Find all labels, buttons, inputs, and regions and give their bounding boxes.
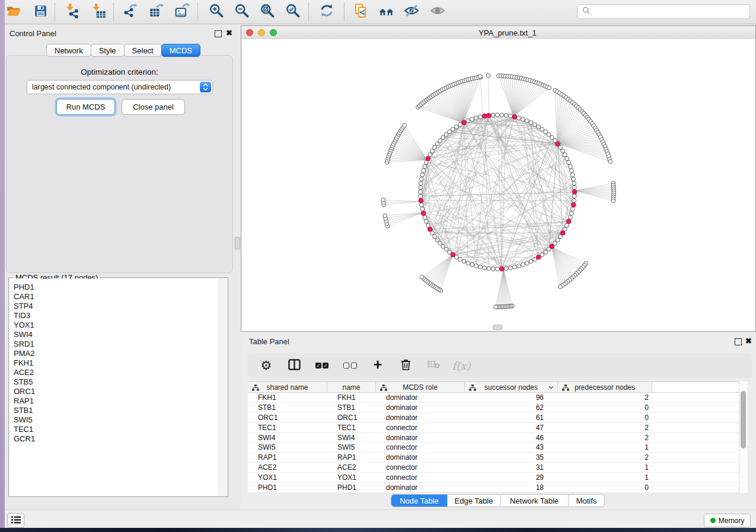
table-row[interactable]: RAP1RAP1dominator352 [248,453,739,463]
network-node[interactable] [504,267,508,271]
network-node[interactable] [513,265,517,269]
network-node[interactable] [525,261,529,265]
network-node[interactable] [483,266,487,270]
mcds-hub-node[interactable] [487,113,492,118]
network-window-titlebar[interactable]: YPA_prune.txt_1 [241,26,755,40]
tab-network[interactable]: Network [46,44,91,57]
hide-selected-button[interactable] [403,3,420,21]
network-node[interactable] [537,125,541,129]
network-leaf-node[interactable] [547,86,551,90]
network-node[interactable] [425,161,429,165]
export-network-button[interactable] [121,3,139,21]
network-node[interactable] [433,235,437,239]
optimization-criterion-select[interactable]: largest connected component (undirected) [27,80,213,94]
mcds-result-item[interactable]: ORC1 [14,387,219,396]
network-node[interactable] [444,248,448,252]
network-node[interactable] [572,194,576,198]
import-network-button[interactable] [64,3,82,21]
network-node[interactable] [466,119,470,123]
select-all-button[interactable]: ✓✓ [314,358,330,373]
mcds-result-item[interactable]: SWI5 [14,415,219,425]
mcds-result-item[interactable]: FKH1 [14,358,219,368]
run-mcds-button[interactable]: Run MCDS [56,99,115,115]
network-node[interactable] [433,145,437,149]
tab-network-table[interactable]: Network Table [500,495,569,507]
window-zoom-traffic-light[interactable] [270,29,277,36]
mcds-result-item[interactable]: STB5 [14,377,219,387]
task-history-button[interactable] [7,513,24,528]
network-node[interactable] [422,169,426,173]
tab-node-table[interactable]: Node Table [391,495,448,507]
table-splitter-handle[interactable] [493,325,502,330]
mcds-result-item[interactable]: YOX1 [14,321,219,330]
network-node[interactable] [517,116,521,120]
network-node[interactable] [470,262,474,267]
network-node[interactable] [544,250,548,254]
network-node[interactable] [462,259,466,264]
tab-motifs[interactable]: Motifs [569,495,604,507]
mcds-result-item[interactable]: TID3 [14,311,219,321]
network-node[interactable] [438,139,442,143]
mcds-hub-node[interactable] [566,219,571,224]
network-node[interactable] [419,177,423,181]
network-node[interactable] [451,127,455,132]
network-node[interactable] [454,125,458,129]
network-node[interactable] [500,113,504,117]
network-node[interactable] [504,113,508,117]
network-node[interactable] [487,267,491,271]
network-node[interactable] [572,198,576,203]
export-image-button[interactable] [173,3,191,21]
mcds-hub-node[interactable] [556,142,560,146]
network-leaf-node[interactable] [486,73,490,78]
network-node[interactable] [529,121,533,125]
delete-column-button[interactable] [398,358,413,373]
network-node[interactable] [474,264,479,268]
network-node[interactable] [470,117,474,121]
column-header-mcds-role[interactable]: MCDS role [376,382,465,392]
show-columns-button[interactable] [286,358,302,373]
network-canvas[interactable] [241,39,755,331]
network-leaf-node[interactable] [420,275,424,279]
network-node[interactable] [491,267,495,271]
mcds-hub-node[interactable] [421,211,426,216]
network-node[interactable] [508,114,512,118]
network-node[interactable] [438,241,442,245]
mcds-result-item[interactable]: STB1 [14,406,219,415]
column-header-name[interactable]: name [327,382,376,392]
network-node[interactable] [423,216,427,220]
deselect-all-button[interactable] [342,358,358,373]
network-node[interactable] [565,223,569,227]
float-table-panel-button[interactable] [735,338,742,345]
zoom-out-button[interactable] [233,3,251,21]
network-node[interactable] [568,165,572,169]
table-row[interactable]: ORC1ORC1dominator610 [248,413,739,423]
mcds-hub-node[interactable] [536,255,541,259]
table-row[interactable]: YOX1YOX1connector291 [248,473,739,483]
network-leaf-node[interactable] [403,123,407,127]
column-header-shared-name[interactable]: shared name [248,382,327,392]
mcds-hub-node[interactable] [419,198,423,203]
network-node[interactable] [420,173,425,177]
table-row[interactable]: FKH1FKH1dominator962 [248,393,739,403]
network-node[interactable] [435,238,439,242]
panel-splitter-handle[interactable] [235,237,240,249]
network-node[interactable] [479,115,483,119]
network-node[interactable] [435,142,439,146]
table-row[interactable]: PHD1PHD1dominator180 [248,483,739,493]
network-node[interactable] [572,185,576,190]
network-node[interactable] [570,207,575,211]
table-scrollbar-thumb[interactable] [741,391,746,448]
network-node[interactable] [425,219,429,223]
close-panel-icon-button[interactable]: ✖ [226,30,232,36]
mcds-result-item[interactable]: RAP1 [14,396,219,406]
network-node[interactable] [444,133,448,137]
network-leaf-node[interactable] [611,199,615,203]
network-leaf-node[interactable] [608,159,613,164]
network-node[interactable] [561,149,565,153]
show-all-button[interactable] [429,3,446,21]
network-node[interactable] [525,119,529,123]
network-node[interactable] [419,190,423,194]
network-node[interactable] [533,123,537,127]
table-row[interactable]: SWI4SWI4dominator462 [248,433,739,443]
open-file-button[interactable] [5,3,23,21]
